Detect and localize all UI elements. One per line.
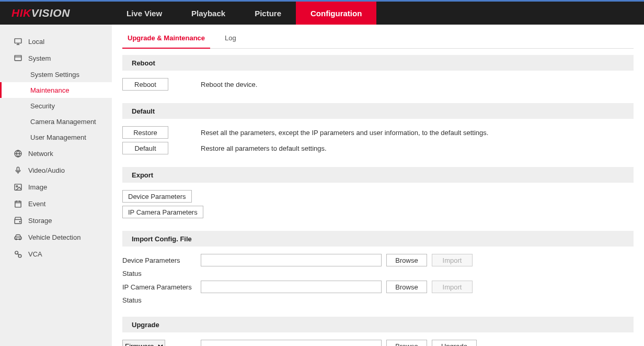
default-button[interactable]: Default bbox=[122, 142, 168, 154]
sidebar-item-label: Video/Audio bbox=[28, 166, 65, 174]
sidebar-sub-camera-management[interactable]: Camera Management bbox=[0, 114, 112, 129]
content-tabs: Upgrade & Maintenance Log bbox=[122, 29, 634, 49]
section-header-export: Export bbox=[122, 167, 634, 183]
svg-rect-9 bbox=[15, 184, 21, 189]
sidebar-item-storage[interactable]: Storage bbox=[0, 212, 112, 229]
export-device-parameters-button[interactable]: Device Parameters bbox=[122, 190, 192, 203]
reboot-description: Reboot the device. bbox=[201, 81, 257, 88]
export-ip-camera-parameters-button[interactable]: IP Camera Parameters bbox=[122, 206, 203, 218]
import-device-browse-button[interactable]: Browse bbox=[386, 254, 427, 266]
restore-button[interactable]: Restore bbox=[122, 126, 168, 139]
image-icon bbox=[14, 182, 28, 191]
import-ipcam-import-button[interactable]: Import bbox=[432, 281, 473, 293]
sidebar-item-network[interactable]: Network bbox=[0, 145, 112, 162]
sidebar-item-label: Storage bbox=[28, 217, 52, 225]
vca-icon bbox=[14, 249, 28, 258]
app-header: HIKVISION Live View Playback Picture Con… bbox=[0, 2, 644, 25]
monitor-icon bbox=[14, 37, 28, 46]
svg-point-10 bbox=[16, 185, 18, 187]
upgrade-type-select[interactable]: Firmware bbox=[122, 340, 165, 346]
import-ipcam-label: IP Camera Parameters bbox=[122, 283, 201, 291]
top-nav: Live View Playback Picture Configuration bbox=[112, 2, 376, 25]
car-icon bbox=[14, 232, 28, 241]
svg-rect-11 bbox=[15, 201, 21, 207]
section-header-import: Import Config. File bbox=[122, 231, 634, 247]
svg-point-16 bbox=[19, 221, 20, 221]
sidebar-item-label: VCA bbox=[28, 250, 42, 258]
import-device-status-label: Status bbox=[122, 270, 634, 277]
tab-log[interactable]: Log bbox=[220, 29, 242, 48]
sidebar-item-label: Network bbox=[28, 150, 53, 158]
disk-icon bbox=[14, 216, 28, 225]
svg-point-20 bbox=[15, 251, 18, 254]
upgrade-path-input[interactable] bbox=[201, 340, 382, 346]
logo-part1: HIK bbox=[12, 7, 31, 19]
sidebar-item-event[interactable]: Event bbox=[0, 195, 112, 212]
mic-icon bbox=[14, 165, 28, 174]
sidebar-item-video-audio[interactable]: Video/Audio bbox=[0, 162, 112, 178]
brand-logo: HIKVISION bbox=[0, 7, 112, 19]
logo-part2: VISION bbox=[31, 7, 70, 19]
default-description: Restore all parameters to default settin… bbox=[201, 144, 327, 152]
section-header-upgrade: Upgrade bbox=[122, 317, 634, 332]
upgrade-button[interactable]: Upgrade bbox=[432, 340, 477, 346]
sidebar-item-label: System bbox=[28, 54, 51, 62]
sidebar-sub-system-settings[interactable]: System Settings bbox=[0, 66, 112, 82]
nav-configuration[interactable]: Configuration bbox=[296, 2, 376, 25]
sidebar: Local System System Settings Maintenance… bbox=[0, 25, 112, 346]
svg-line-22 bbox=[18, 253, 19, 254]
sidebar-sub-security[interactable]: Security bbox=[0, 98, 112, 114]
import-ipcam-browse-button[interactable]: Browse bbox=[386, 281, 427, 293]
import-device-label: Device Parameters bbox=[122, 256, 201, 264]
import-device-import-button[interactable]: Import bbox=[432, 254, 473, 266]
reboot-button[interactable]: Reboot bbox=[122, 78, 168, 91]
sidebar-item-label: Local bbox=[28, 38, 44, 46]
nav-live-view[interactable]: Live View bbox=[112, 2, 177, 25]
svg-rect-3 bbox=[15, 55, 21, 60]
sidebar-item-vehicle-detection[interactable]: Vehicle Detection bbox=[0, 229, 112, 245]
svg-rect-0 bbox=[15, 38, 21, 43]
upgrade-browse-button[interactable]: Browse bbox=[386, 340, 427, 346]
sidebar-item-label: Vehicle Detection bbox=[28, 233, 80, 241]
nav-picture[interactable]: Picture bbox=[240, 2, 296, 25]
calendar-icon bbox=[14, 199, 28, 208]
import-ipcam-status-label: Status bbox=[122, 296, 634, 304]
svg-point-21 bbox=[18, 254, 21, 258]
section-header-default: Default bbox=[122, 103, 634, 119]
tab-upgrade-maintenance[interactable]: Upgrade & Maintenance bbox=[122, 29, 210, 49]
globe-icon bbox=[14, 149, 28, 158]
sidebar-sub-maintenance[interactable]: Maintenance bbox=[0, 82, 112, 98]
nav-playback[interactable]: Playback bbox=[177, 2, 240, 25]
sidebar-item-image[interactable]: Image bbox=[0, 178, 112, 195]
content-area: Upgrade & Maintenance Log Reboot Reboot … bbox=[112, 25, 644, 346]
sidebar-item-vca[interactable]: VCA bbox=[0, 245, 112, 262]
sidebar-item-label: Image bbox=[28, 183, 47, 191]
section-header-reboot: Reboot bbox=[122, 55, 634, 71]
sidebar-item-label: Event bbox=[28, 200, 45, 208]
sidebar-item-system[interactable]: System bbox=[0, 50, 112, 66]
import-device-path-input[interactable] bbox=[201, 254, 382, 266]
sidebar-sub-user-management[interactable]: User Management bbox=[0, 129, 112, 145]
restore-description: Reset all the parameters, except the IP … bbox=[201, 129, 488, 137]
settings-icon bbox=[14, 53, 28, 62]
svg-rect-7 bbox=[17, 167, 19, 171]
sidebar-item-local[interactable]: Local bbox=[0, 33, 112, 50]
import-ipcam-path-input[interactable] bbox=[201, 281, 382, 293]
